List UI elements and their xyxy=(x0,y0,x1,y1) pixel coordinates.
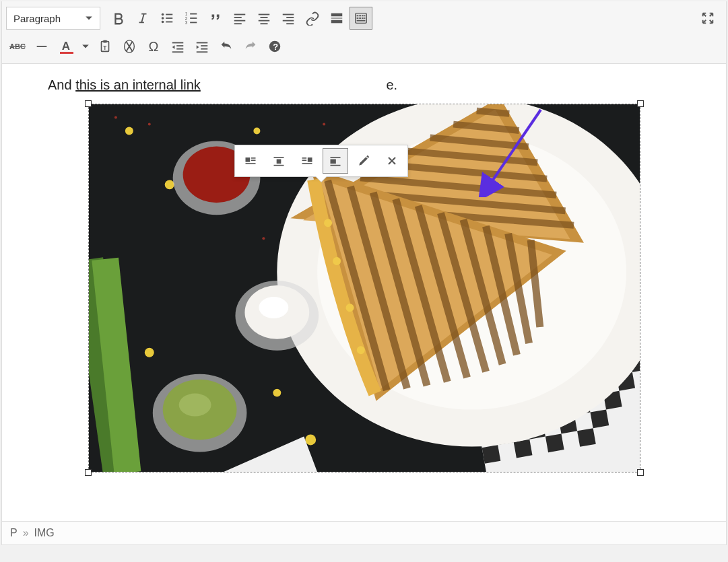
svg-point-79 xyxy=(114,116,117,119)
format-select[interactable]: Paragraph xyxy=(6,7,100,30)
paragraph[interactable]: And this is an internal link e. xyxy=(48,77,680,93)
svg-rect-123 xyxy=(482,445,500,464)
align-right-image-button[interactable] xyxy=(294,148,320,174)
svg-rect-47 xyxy=(201,45,207,46)
svg-rect-10 xyxy=(190,17,197,19)
svg-rect-24 xyxy=(331,13,343,17)
svg-point-74 xyxy=(273,389,281,397)
toolbar-toggle-button[interactable] xyxy=(350,7,372,30)
editor-toolbar: Paragraph 123 ABC A xyxy=(1,1,727,64)
svg-text:3: 3 xyxy=(185,20,188,25)
editor-content[interactable]: And this is an internal link e. xyxy=(1,64,727,522)
strikethrough-button[interactable]: ABC xyxy=(6,35,29,58)
svg-point-80 xyxy=(147,123,150,126)
align-left-button[interactable] xyxy=(228,7,251,30)
svg-rect-58 xyxy=(274,165,284,166)
paste-text-button[interactable]: T xyxy=(94,35,117,58)
internal-link[interactable]: this is an internal link xyxy=(75,77,201,92)
link-button[interactable] xyxy=(301,7,324,30)
status-path-img[interactable]: IMG xyxy=(34,527,55,539)
svg-rect-49 xyxy=(197,51,208,52)
indent-button[interactable] xyxy=(191,35,213,58)
svg-rect-55 xyxy=(246,163,256,164)
resize-handle-top-right[interactable] xyxy=(637,100,644,107)
align-none-image-button[interactable] xyxy=(323,148,348,174)
resize-handle-bottom-right[interactable] xyxy=(637,469,644,476)
redo-button[interactable] xyxy=(239,35,262,58)
clear-formatting-button[interactable] xyxy=(118,35,141,58)
image-toolbar xyxy=(234,145,408,177)
svg-rect-122 xyxy=(590,409,609,428)
align-center-button[interactable] xyxy=(253,7,275,30)
bullet-list-button[interactable] xyxy=(156,7,178,30)
svg-point-159 xyxy=(259,297,288,318)
svg-rect-12 xyxy=(234,14,246,15)
svg-rect-33 xyxy=(359,17,361,19)
remove-image-button[interactable] xyxy=(379,148,405,174)
text-color-swatch xyxy=(60,52,73,54)
svg-rect-56 xyxy=(274,157,284,158)
svg-point-162 xyxy=(178,394,211,417)
svg-rect-19 xyxy=(261,23,268,24)
edit-image-button[interactable] xyxy=(351,148,376,174)
blockquote-button[interactable] xyxy=(204,7,227,30)
status-path-p[interactable]: P xyxy=(10,527,18,539)
italic-button[interactable] xyxy=(131,7,154,30)
special-char-button[interactable]: Ω xyxy=(142,35,165,58)
svg-point-75 xyxy=(305,434,316,445)
svg-rect-29 xyxy=(359,15,361,16)
svg-point-68 xyxy=(125,127,133,135)
svg-rect-62 xyxy=(302,163,312,164)
align-left-image-button[interactable] xyxy=(238,148,263,174)
svg-rect-22 xyxy=(283,20,294,22)
resize-handle-bottom-left[interactable] xyxy=(85,469,92,476)
svg-rect-39 xyxy=(103,40,107,43)
svg-rect-23 xyxy=(286,23,294,24)
svg-rect-28 xyxy=(357,15,359,16)
numbered-list-button[interactable]: 123 xyxy=(180,7,203,30)
text-color-caret[interactable] xyxy=(79,42,92,50)
resize-handle-top-left[interactable] xyxy=(85,100,92,107)
align-center-image-button[interactable] xyxy=(266,148,292,174)
svg-rect-61 xyxy=(302,160,307,161)
svg-rect-125 xyxy=(545,433,564,452)
read-more-button[interactable] xyxy=(325,7,348,30)
status-bar: P » IMG xyxy=(1,522,727,545)
svg-point-1 xyxy=(162,17,164,20)
svg-rect-5 xyxy=(166,22,172,23)
svg-rect-35 xyxy=(364,17,366,19)
svg-rect-9 xyxy=(190,13,197,15)
svg-text:T: T xyxy=(103,45,106,51)
horizontal-rule-button[interactable] xyxy=(30,35,53,58)
svg-rect-48 xyxy=(201,48,207,50)
text-color-button[interactable]: A xyxy=(55,35,77,58)
svg-point-73 xyxy=(144,348,154,357)
svg-rect-18 xyxy=(259,20,270,22)
fullscreen-button[interactable] xyxy=(696,7,719,30)
svg-point-69 xyxy=(164,180,174,189)
align-right-button[interactable] xyxy=(277,7,300,30)
svg-rect-43 xyxy=(176,45,183,46)
svg-rect-59 xyxy=(308,157,312,162)
svg-rect-37 xyxy=(37,46,47,47)
svg-point-0 xyxy=(162,13,164,16)
toolbar-row-2: ABC A T Ω ? xyxy=(6,32,722,61)
format-select-value: Paragraph xyxy=(13,13,61,24)
svg-rect-20 xyxy=(283,14,294,15)
svg-rect-25 xyxy=(331,17,343,19)
outdent-button[interactable] xyxy=(166,35,189,58)
editor-container: Paragraph 123 ABC A xyxy=(0,0,728,547)
bold-button[interactable] xyxy=(107,7,130,30)
svg-point-71 xyxy=(253,128,260,135)
svg-rect-4 xyxy=(166,17,172,19)
svg-rect-17 xyxy=(261,17,268,18)
svg-rect-45 xyxy=(172,51,184,52)
undo-button[interactable] xyxy=(215,35,238,58)
svg-rect-63 xyxy=(331,157,341,158)
caret-down-icon xyxy=(85,13,93,24)
help-button[interactable]: ? xyxy=(263,35,286,58)
svg-point-82 xyxy=(323,123,325,126)
svg-rect-34 xyxy=(362,17,364,19)
svg-rect-32 xyxy=(357,17,359,19)
svg-rect-57 xyxy=(277,160,282,164)
